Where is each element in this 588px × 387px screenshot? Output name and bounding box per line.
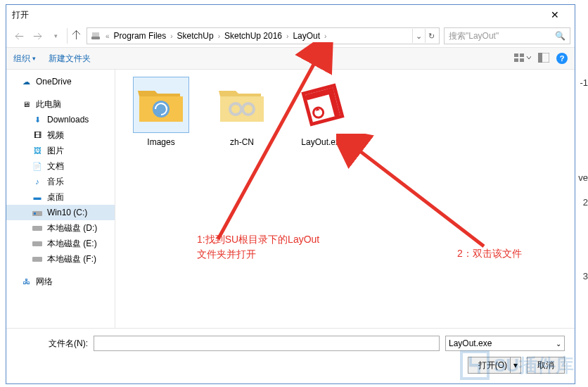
new-folder-button[interactable]: 新建文件夹 — [49, 53, 91, 65]
download-icon: ⬇ — [32, 115, 43, 125]
close-button[interactable]: ✕ — [541, 9, 569, 20]
chevron-right-icon: › — [215, 32, 223, 40]
preview-pane-button[interactable] — [538, 53, 549, 65]
sidebar-item-pictures[interactable]: 🖼 图片 — [6, 143, 115, 158]
pc-icon: 🖥 — [20, 99, 32, 109]
sidebar-item-downloads[interactable]: ⬇ Downloads — [6, 112, 115, 127]
music-icon: ♪ — [32, 177, 43, 186]
help-button[interactable]: ? — [556, 53, 568, 64]
nav-row: 🡠 🡢 ▾ 🡡 « Program Files › SketchUp › Ske… — [6, 25, 575, 47]
onedrive-icon: ☁ — [20, 77, 32, 87]
sidebar-item-disk-e[interactable]: 本地磁盘 (E:) — [6, 236, 115, 251]
file-filter-select[interactable]: LayOut.exe ⌄ — [445, 336, 565, 351]
sidebar-item-music[interactable]: ♪ 音乐 — [6, 174, 115, 189]
svg-rect-2 — [514, 53, 518, 57]
breadcrumb[interactable]: « Program Files › SketchUp › SketchUp 20… — [87, 27, 440, 44]
sidebar-item-disk-f[interactable]: 本地磁盘 (F:) — [6, 251, 115, 267]
up-button[interactable]: 🡡 — [67, 28, 82, 44]
svg-rect-1 — [92, 32, 99, 37]
folder-zh-cn[interactable]: zh-CN — [210, 77, 274, 147]
back-button[interactable]: 🡠 — [11, 27, 27, 44]
refresh-button[interactable]: ↻ — [425, 29, 437, 43]
svg-rect-11 — [32, 241, 42, 246]
edge-text: ve — [578, 172, 588, 183]
breadcrumb-item[interactable]: Program Files — [113, 31, 168, 41]
search-icon[interactable]: 🔍 — [555, 31, 565, 41]
chevron-right-icon: › — [167, 32, 175, 40]
view-options-button[interactable] — [514, 52, 531, 65]
breadcrumb-item[interactable]: SketchUp — [176, 31, 215, 41]
folder-images[interactable]: Images — [129, 77, 193, 147]
desktop-icon: ▬ — [32, 192, 43, 202]
search-placeholder: 搜索"LayOut" — [449, 30, 499, 42]
file-label: Images — [129, 137, 193, 147]
file-list[interactable]: Images zh-CN — [115, 70, 575, 328]
edge-text: 3 — [583, 271, 588, 281]
drive-icon — [32, 254, 43, 264]
svg-rect-4 — [514, 58, 518, 62]
open-dialog: 打开 ✕ 🡠 🡢 ▾ 🡡 « Program Files › SketchUp … — [6, 4, 575, 384]
pictures-icon: 🖼 — [32, 146, 43, 156]
titlebar: 打开 ✕ — [6, 5, 575, 25]
file-label: LayOut.exe — [291, 137, 354, 147]
filename-label: 文件名(N): — [16, 338, 94, 350]
dialog-title: 打开 — [12, 9, 541, 21]
drive-icon — [90, 30, 101, 42]
svg-rect-3 — [520, 53, 524, 57]
dialog-body: ☁ OneDrive 🖥 此电脑 ⬇ Downloads 🎞 视频 🖼 图片 � — [6, 70, 575, 328]
edge-text: -1 — [580, 77, 588, 88]
folder-icon — [217, 84, 267, 126]
documents-icon: 📄 — [32, 161, 43, 171]
sidebar-item-videos[interactable]: 🎞 视频 — [6, 127, 115, 143]
chevron-right-icon: › — [283, 32, 291, 40]
svg-rect-5 — [520, 58, 524, 62]
network-icon: 🖧 — [20, 277, 32, 286]
file-label: zh-CN — [210, 137, 274, 147]
search-input[interactable]: 搜索"LayOut" 🔍 — [444, 27, 570, 44]
layout-exe-icon — [298, 80, 347, 129]
organize-menu[interactable]: 组织 ▾ — [13, 53, 36, 65]
watermark: ┗┓ SU插件库 — [460, 350, 574, 380]
filename-input[interactable] — [94, 336, 440, 351]
svg-rect-7 — [538, 53, 542, 63]
sidebar-item-documents[interactable]: 📄 文档 — [6, 158, 115, 174]
drive-icon — [32, 239, 43, 248]
svg-rect-0 — [91, 37, 100, 39]
drive-icon — [32, 223, 43, 233]
chevron-down-icon: ⌄ — [556, 340, 561, 348]
recent-dropdown[interactable]: ▾ — [47, 27, 64, 44]
sidebar-item-win10-c[interactable]: Win10 (C:) — [6, 205, 115, 220]
sidebar-item-disk-d[interactable]: 本地磁盘 (D:) — [6, 220, 115, 236]
sidebar-item-onedrive[interactable]: ☁ OneDrive — [6, 74, 115, 89]
forward-button: 🡢 — [29, 27, 46, 44]
svg-rect-10 — [32, 226, 42, 231]
breadcrumb-item[interactable]: SketchUp 2016 — [223, 31, 283, 41]
sidebar: ☁ OneDrive 🖥 此电脑 ⬇ Downloads 🎞 视频 🖼 图片 � — [6, 70, 115, 328]
chevron-down-icon: ▾ — [32, 55, 36, 62]
breadcrumb-dropdown[interactable]: ⌄ — [412, 29, 425, 43]
file-layout-exe[interactable]: LayOut.exe — [291, 77, 354, 147]
svg-rect-9 — [34, 212, 36, 215]
chevron-right-icon: › — [321, 32, 329, 40]
chevron-icon: « — [103, 32, 113, 40]
toolbar: 组织 ▾ 新建文件夹 ? — [6, 47, 575, 70]
svg-rect-12 — [32, 257, 42, 262]
sidebar-item-network[interactable]: 🖧 网络 — [6, 274, 115, 289]
breadcrumb-item[interactable]: LayOut — [291, 31, 321, 41]
edge-text: 2 — [583, 197, 588, 208]
folder-icon — [136, 84, 186, 126]
watermark-icon: ┗┓ — [460, 350, 490, 380]
drive-icon — [32, 208, 43, 217]
sidebar-item-thispc[interactable]: 🖥 此电脑 — [6, 96, 115, 112]
video-icon: 🎞 — [32, 130, 43, 140]
sidebar-item-desktop[interactable]: ▬ 桌面 — [6, 189, 115, 205]
